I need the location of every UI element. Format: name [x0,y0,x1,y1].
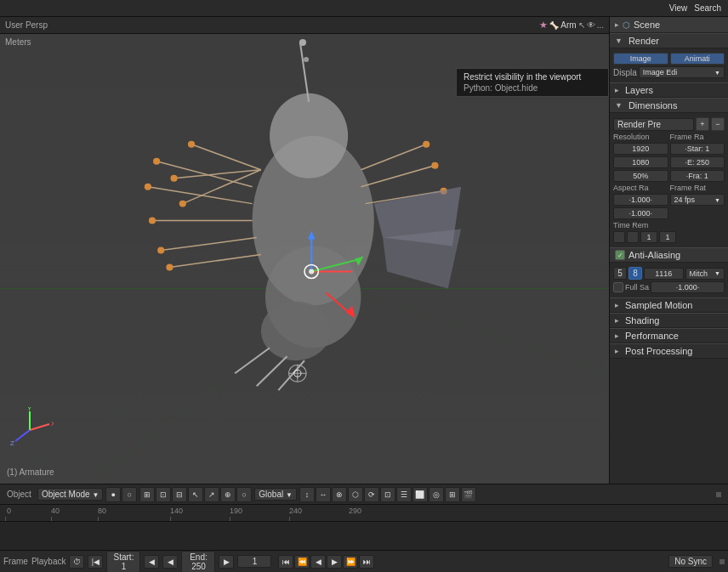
ruler-tick-190: 190 [230,507,242,515]
performance-label: Performance [625,331,679,341]
play-btn[interactable]: ▶ [327,555,342,569]
next-frame-btn-left[interactable]: ◀ [162,555,178,569]
end-field[interactable]: ·E: 250 [670,156,725,168]
prev-keyframe-btn[interactable]: |◀ [88,555,103,569]
start-field[interactable]: ·Star: 1 [670,143,725,155]
svg-point-27 [157,247,164,254]
current-frame-counter[interactable]: 1 [237,555,271,568]
start-frame-counter[interactable]: Start: 1 [106,551,140,573]
post-processing-header[interactable]: ▸ Post Processing [610,343,728,359]
axes-navigator: X Y Z [7,407,54,454]
full-sample-val[interactable]: ·1.000· [651,281,725,293]
playback-label: Playback [31,557,66,566]
viewport-3d[interactable]: User Persp ★ 🦴 Arm ↖ 👁 ... Restrict visi… [0,17,609,484]
step-back-btn[interactable]: ⏪ [294,555,310,569]
scale-field[interactable]: 50% [613,170,668,182]
play-reverse-btn[interactable]: ◀ [310,555,326,569]
tick-line-140 [170,517,171,522]
render-section-header[interactable]: ▼ Render [610,33,728,48]
prev-frame-btn[interactable]: ◀ [144,555,159,569]
transform-btn4[interactable]: ⬡ [348,487,363,502]
transform-btn11[interactable]: 🎬 [461,487,476,502]
performance-section-header[interactable]: ▸ Performance [610,328,728,343]
viewport-icon-star[interactable]: ★ [539,20,548,31]
mode-select[interactable]: Object Mode ▼ [37,488,103,501]
transform-btn8[interactable]: ⬜ [412,487,428,502]
svg-point-28 [166,263,173,270]
display-value: Image Edi [643,68,678,76]
viewport-more-icon[interactable]: ... [597,20,604,30]
animation-render-button[interactable]: Animati [670,53,725,65]
image-render-button[interactable]: Image [613,53,668,65]
render-pre-add-btn[interactable]: + [696,117,709,131]
viewport-btn6[interactable]: ⊕ [220,487,236,502]
display-row: Displa Image Edi ▼ [613,66,725,78]
shading-section-header[interactable]: ▸ Shading [610,313,728,328]
aa-filter-dropdown[interactable]: Mitch ▼ [685,268,725,280]
svg-line-35 [235,348,270,373]
asp-y-field[interactable]: ·1.000· [613,207,668,219]
viewport-btn7[interactable]: ○ [236,487,252,502]
aa-section-header[interactable]: ✓ Anti-Aliasing [610,247,728,263]
svg-line-16 [161,238,257,251]
transform-btn9[interactable]: ◎ [429,487,444,502]
transform-btn7[interactable]: ☰ [396,487,412,502]
jump-end-btn[interactable]: ⏭ [359,555,374,569]
render-pre-field[interactable]: Render Pre [613,118,694,131]
bottom-toolbar: Object Object Mode ▼ ● ○ ⊞ ⊡ ⊟ ↖ ↗ ⊕ ○ G… [0,484,728,504]
aa-val-1[interactable]: 8 [628,267,642,280]
global-select[interactable]: Global ▼ [254,488,297,501]
viewport-cursor-icon[interactable]: ↖ [578,20,585,30]
transform-btn1[interactable]: ↕ [299,487,315,502]
viewport-btn2[interactable]: ⊡ [156,487,171,502]
display-dropdown[interactable]: Image Edi ▼ [639,66,725,78]
svg-point-34 [261,301,331,360]
svg-point-22 [170,175,177,182]
jump-start-btn[interactable]: ⏮ [278,555,293,569]
tr3-field[interactable]: 1 [640,231,657,243]
fps-dropdown[interactable]: 24 fps ▼ [670,194,725,206]
width-field[interactable]: 1920 [613,143,668,155]
tr2-box[interactable] [627,231,639,243]
fps-value: 24 fps [674,195,696,204]
transform-btn6[interactable]: ⊡ [380,487,395,502]
sampled-motion-toggle: ▸ [615,301,619,309]
tr4-field[interactable]: 1 [659,231,676,243]
end-frame-counter[interactable]: End: 250 [181,551,215,573]
transform-btn2[interactable]: ↔ [316,487,331,502]
viewport-btn4[interactable]: ↖ [188,487,203,502]
wire-shading-btn[interactable]: ○ [122,487,137,502]
viewport-restrict-icon[interactable]: 👁 [587,20,595,30]
next-frame-btn[interactable]: ▶ [219,555,234,569]
full-sample-checkbox[interactable] [613,282,623,292]
content-area: User Persp ★ 🦴 Arm ↖ 👁 ... Restrict visi… [0,17,728,484]
aa-checkbox[interactable]: ✓ [615,250,625,260]
render-pre-remove-btn[interactable]: − [711,117,725,131]
scene-header: ▸ ⬡ Scene [610,17,728,33]
transform-btn5[interactable]: ⟳ [364,487,379,502]
viewport-btn3[interactable]: ⊟ [172,487,187,502]
menu-view[interactable]: View [669,3,688,13]
menu-search[interactable]: Search [694,3,721,13]
clock-btn[interactable]: ⏱ [69,555,84,569]
transform-btn3[interactable]: ⊗ [332,487,347,502]
viewport-arm-label: Arm [560,20,576,30]
layers-section-header[interactable]: ▸ Layers [610,82,728,98]
transform-btn10[interactable]: ⊞ [445,487,460,502]
aa-val-2[interactable]: 1116 [644,268,684,280]
solid-shading-btn[interactable]: ● [105,487,121,502]
tr1-box[interactable] [613,231,625,243]
height-field[interactable]: 1080 [613,156,668,168]
fra-field[interactable]: ·Fra: 1 [670,170,725,182]
viewport-btn5[interactable]: ↗ [204,487,219,502]
dimensions-section-header[interactable]: ▼ Dimensions [610,98,728,113]
asp-x-field[interactable]: ·1.000· [613,194,668,206]
sync-dropdown[interactable]: No Sync [668,555,713,568]
viewport-btn1[interactable]: ⊞ [139,487,155,502]
viewport-armature-icon[interactable]: 🦴 [549,21,559,30]
aa-val-0[interactable]: 5 [613,267,627,280]
svg-line-17 [169,255,260,268]
aa-filter-arrow: ▼ [714,270,720,276]
step-fwd-btn[interactable]: ⏩ [343,555,358,569]
sampled-motion-header[interactable]: ▸ Sampled Motion [610,297,728,313]
